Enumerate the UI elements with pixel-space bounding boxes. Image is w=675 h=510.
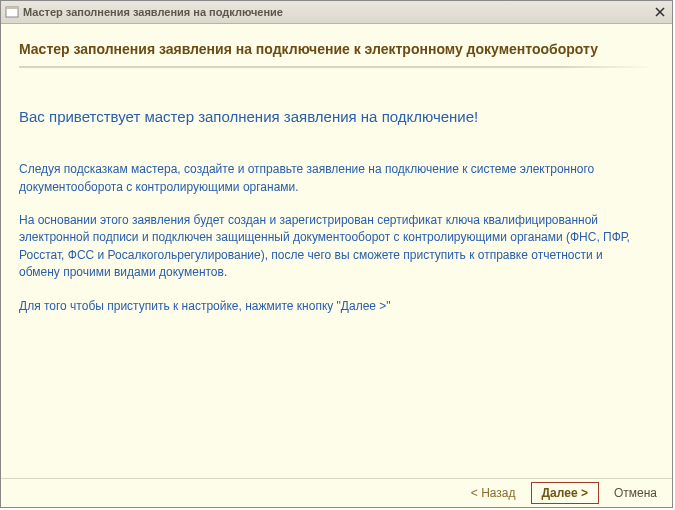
cancel-button[interactable]: Отмена: [605, 483, 666, 503]
back-button[interactable]: < Назад: [462, 483, 525, 503]
close-button[interactable]: [652, 4, 668, 20]
heading-divider: [19, 66, 654, 68]
close-icon: [655, 7, 665, 17]
wizard-window: Мастер заполнения заявления на подключен…: [0, 0, 673, 508]
wizard-footer: < Назад Далее > Отмена: [1, 478, 672, 507]
paragraph-3: Для того чтобы приступить к настройке, н…: [19, 298, 639, 315]
titlebar: Мастер заполнения заявления на подключен…: [1, 1, 672, 24]
welcome-text: Вас приветствует мастер заполнения заявл…: [19, 108, 654, 125]
paragraph-2: На основании этого заявления будет созда…: [19, 212, 639, 282]
wizard-content: Мастер заполнения заявления на подключен…: [1, 24, 672, 478]
window-icon: [5, 5, 19, 19]
svg-rect-1: [6, 7, 18, 9]
paragraph-1: Следуя подсказкам мастера, создайте и от…: [19, 161, 639, 196]
window-title: Мастер заполнения заявления на подключен…: [23, 6, 652, 18]
page-heading: Мастер заполнения заявления на подключен…: [19, 40, 654, 58]
next-button[interactable]: Далее >: [531, 482, 599, 504]
